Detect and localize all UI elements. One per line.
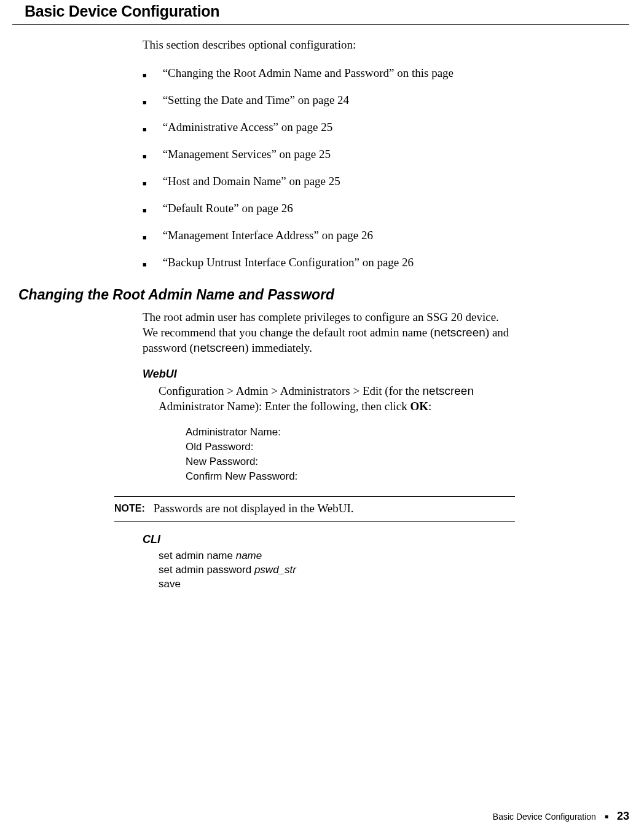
section-heading: Changing the Root Admin Name and Passwor… — [18, 287, 619, 303]
note-block: NOTE: Passwords are not displayed in the… — [114, 496, 515, 522]
cli-heading: CLI — [143, 533, 515, 546]
section-paragraph: The root admin user has complete privile… — [143, 309, 515, 355]
form-field-label: Administrator Name: — [186, 425, 515, 440]
list-item: ■“Default Route” on page 26 — [143, 202, 515, 216]
list-item-text: “Administrative Access” on page 25 — [163, 121, 332, 134]
square-bullet-icon: ■ — [143, 232, 147, 244]
text-run: OK — [410, 400, 428, 413]
cli-block: set admin name name set admin password p… — [159, 549, 515, 591]
webui-heading: WebUI — [143, 368, 515, 381]
square-bullet-icon: ■ — [143, 69, 147, 81]
text-run: pswd_str — [254, 564, 296, 576]
list-item-text: “Host and Domain Name” on page 25 — [163, 175, 340, 188]
text-run: name — [236, 550, 262, 561]
page: Basic Device Configuration This section … — [0, 0, 644, 840]
body-column: This section describes optional configur… — [143, 38, 515, 271]
text-run: ) immediately. — [245, 341, 312, 354]
note-label: NOTE: — [114, 502, 145, 515]
list-item-text: “Setting the Date and Time” on page 24 — [163, 93, 349, 107]
section-body: The root admin user has complete privile… — [143, 309, 515, 591]
square-bullet-icon: ■ — [143, 124, 147, 135]
text-run: set admin name — [159, 550, 236, 561]
page-number: 23 — [617, 810, 629, 823]
form-field-label: New Password: — [186, 454, 515, 469]
list-item-text: “Default Route” on page 26 — [163, 202, 293, 215]
note-text: Passwords are not displayed in the WebUI… — [154, 502, 354, 515]
text-run: netscreen — [423, 384, 474, 397]
list-item: ■“Changing the Root Admin Name and Passw… — [143, 66, 515, 81]
square-bullet-icon: ■ — [143, 259, 147, 271]
cli-line: save — [159, 577, 515, 591]
square-bullet-icon: ■ — [143, 97, 147, 108]
list-item: ■“Host and Domain Name” on page 25 — [143, 175, 515, 189]
form-field-label: Confirm New Password: — [186, 469, 515, 484]
square-bullet-icon: ■ — [143, 205, 147, 216]
list-item: ■“Administrative Access” on page 25 — [143, 121, 515, 135]
cli-line: set admin password pswd_str — [159, 563, 515, 577]
page-title: Basic Device Configuration — [12, 0, 629, 25]
list-item-text: “Management Services” on page 25 — [163, 148, 331, 161]
text-run: netscreen — [194, 341, 245, 354]
form-field-list: Administrator Name: Old Password: New Pa… — [186, 425, 515, 484]
square-bullet-icon: ■ — [605, 813, 608, 820]
list-item: ■“Setting the Date and Time” on page 24 — [143, 93, 515, 108]
square-bullet-icon: ■ — [143, 151, 147, 162]
text-run: set admin password — [159, 564, 254, 576]
text-run: netscreen — [434, 326, 485, 339]
list-item: ■“Backup Untrust Interface Configuration… — [143, 256, 515, 271]
list-item-text: “Changing the Root Admin Name and Passwo… — [163, 66, 454, 80]
intro-text: This section describes optional configur… — [143, 38, 515, 52]
square-bullet-icon: ■ — [143, 178, 147, 189]
cli-line: set admin name name — [159, 549, 515, 563]
form-field-label: Old Password: — [186, 440, 515, 454]
list-item-text: “Backup Untrust Interface Configuration”… — [163, 256, 414, 269]
text-run: Administrator Name): Enter the following… — [159, 400, 410, 413]
text-run: Configuration > Admin > Administrators >… — [159, 384, 423, 397]
footer-text: Basic Device Configuration — [493, 812, 596, 822]
list-item-text: “Management Interface Address” on page 2… — [163, 229, 373, 242]
page-footer: Basic Device Configuration ■ 23 — [493, 810, 629, 823]
text-run: : — [428, 400, 431, 413]
list-item: ■“Management Services” on page 25 — [143, 148, 515, 162]
list-item: ■“Management Interface Address” on page … — [143, 229, 515, 244]
webui-path: Configuration > Admin > Administrators >… — [159, 383, 515, 414]
bullet-list: ■“Changing the Root Admin Name and Passw… — [143, 66, 515, 271]
